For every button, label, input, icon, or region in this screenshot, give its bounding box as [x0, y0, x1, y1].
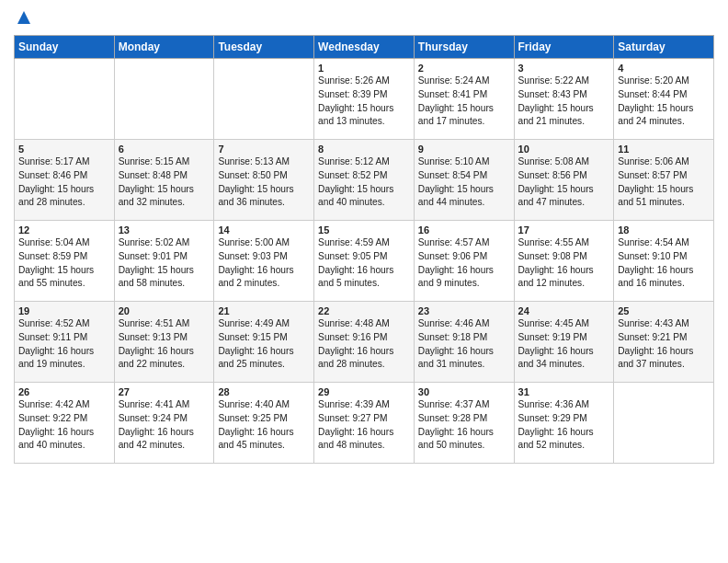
day-number: 29: [318, 386, 410, 397]
info-line: and 28 minutes.: [318, 359, 385, 369]
info-line: Sunset: 9:25 PM: [218, 413, 287, 423]
calendar-cell: 3Sunrise: 5:22 AMSunset: 8:43 PMDaylight…: [514, 59, 614, 140]
day-info: Sunrise: 4:59 AMSunset: 9:05 PMDaylight:…: [318, 236, 410, 291]
info-line: Sunrise: 4:51 AM: [119, 318, 190, 328]
info-line: Sunset: 9:15 PM: [218, 332, 287, 342]
day-info: Sunrise: 4:37 AMSunset: 9:28 PMDaylight:…: [418, 398, 510, 453]
info-line: Sunrise: 4:57 AM: [418, 237, 490, 247]
logo: [14, 9, 32, 29]
info-line: Sunrise: 4:42 AM: [18, 399, 90, 409]
info-line: and 37 minutes.: [618, 359, 685, 369]
day-info: Sunrise: 4:46 AMSunset: 9:18 PMDaylight:…: [418, 317, 510, 372]
day-number: 22: [318, 305, 410, 316]
info-line: Daylight: 16 hours: [518, 346, 594, 356]
info-line: and 31 minutes.: [418, 359, 485, 369]
calendar-cell: 26Sunrise: 4:42 AMSunset: 9:22 PMDayligh…: [15, 383, 115, 464]
day-info: Sunrise: 5:13 AMSunset: 8:50 PMDaylight:…: [218, 155, 310, 210]
calendar-cell: 4Sunrise: 5:20 AMSunset: 8:44 PMDaylight…: [614, 59, 714, 140]
info-line: Sunset: 9:10 PM: [618, 251, 687, 261]
day-info: Sunrise: 4:43 AMSunset: 9:21 PMDaylight:…: [618, 317, 710, 372]
info-line: and 45 minutes.: [218, 440, 285, 450]
info-line: Daylight: 15 hours: [518, 103, 594, 113]
logo-icon: [16, 9, 32, 26]
day-info: Sunrise: 5:17 AMSunset: 8:46 PMDaylight:…: [18, 155, 110, 210]
info-line: Sunset: 9:29 PM: [518, 413, 587, 423]
calendar-cell: 23Sunrise: 4:46 AMSunset: 9:18 PMDayligh…: [414, 302, 514, 383]
calendar-header: SundayMondayTuesdayWednesdayThursdayFrid…: [15, 36, 714, 59]
day-number: 18: [618, 224, 710, 236]
info-line: Daylight: 16 hours: [418, 427, 494, 437]
calendar-cell: 8Sunrise: 5:12 AMSunset: 8:52 PMDaylight…: [314, 140, 415, 221]
calendar-cell: 12Sunrise: 5:04 AMSunset: 8:59 PMDayligh…: [15, 221, 115, 302]
page-container: SundayMondayTuesdayWednesdayThursdayFrid…: [0, 0, 728, 473]
day-info: Sunrise: 4:49 AMSunset: 9:15 PMDaylight:…: [218, 317, 310, 372]
calendar-cell: 11Sunrise: 5:06 AMSunset: 8:57 PMDayligh…: [614, 140, 714, 221]
info-line: Sunrise: 4:49 AM: [218, 318, 290, 328]
info-line: Sunset: 8:46 PM: [18, 170, 87, 180]
info-line: Daylight: 15 hours: [618, 184, 693, 194]
day-info: Sunrise: 4:41 AMSunset: 9:24 PMDaylight:…: [119, 398, 210, 453]
info-line: Daylight: 16 hours: [418, 265, 494, 275]
day-info: Sunrise: 5:22 AMSunset: 8:43 PMDaylight:…: [518, 75, 610, 129]
info-line: and 40 minutes.: [18, 440, 85, 450]
day-info: Sunrise: 4:52 AMSunset: 9:11 PMDaylight:…: [18, 317, 110, 372]
info-line: Daylight: 15 hours: [518, 184, 594, 194]
calendar-cell: [114, 59, 214, 140]
info-line: Daylight: 15 hours: [119, 184, 194, 194]
day-number: 15: [318, 224, 410, 236]
info-line: Sunrise: 4:37 AM: [418, 399, 490, 409]
info-line: Sunset: 9:24 PM: [119, 413, 188, 423]
calendar-cell: 16Sunrise: 4:57 AMSunset: 9:06 PMDayligh…: [414, 221, 514, 302]
day-number: 1: [318, 63, 410, 74]
info-line: Sunset: 9:18 PM: [418, 332, 487, 342]
calendar-cell: 29Sunrise: 4:39 AMSunset: 9:27 PMDayligh…: [314, 383, 415, 464]
calendar-cell: 2Sunrise: 5:24 AMSunset: 8:41 PMDaylight…: [414, 59, 514, 140]
day-number: 7: [218, 144, 310, 155]
info-line: Sunrise: 5:08 AM: [518, 156, 590, 167]
info-line: and 19 minutes.: [18, 359, 85, 369]
header: [14, 9, 714, 29]
day-number: 21: [218, 305, 310, 316]
info-line: and 44 minutes.: [418, 197, 485, 207]
info-line: Sunrise: 5:20 AM: [618, 75, 689, 86]
info-line: Sunset: 9:05 PM: [318, 251, 387, 261]
info-line: Daylight: 15 hours: [318, 103, 393, 113]
info-line: Sunrise: 5:10 AM: [418, 156, 490, 167]
info-line: Sunrise: 4:40 AM: [218, 399, 290, 409]
info-line: and 28 minutes.: [18, 197, 85, 207]
day-number: 9: [418, 144, 510, 155]
weekday-header-friday: Friday: [514, 36, 614, 59]
info-line: Sunset: 9:21 PM: [618, 332, 687, 342]
day-number: 25: [618, 305, 710, 316]
info-line: Sunset: 8:43 PM: [518, 89, 587, 99]
info-line: Sunrise: 4:43 AM: [618, 318, 689, 328]
info-line: Sunset: 9:22 PM: [18, 413, 87, 423]
info-line: Sunrise: 4:52 AM: [18, 318, 90, 328]
info-line: Sunset: 9:27 PM: [318, 413, 387, 423]
info-line: Sunset: 8:48 PM: [119, 170, 188, 180]
day-number: 5: [18, 144, 110, 155]
info-line: Sunrise: 5:00 AM: [218, 237, 290, 247]
info-line: Sunset: 8:50 PM: [218, 170, 287, 180]
info-line: Sunrise: 5:04 AM: [18, 237, 90, 247]
info-line: Daylight: 15 hours: [18, 265, 94, 275]
week-row-1: 5Sunrise: 5:17 AMSunset: 8:46 PMDaylight…: [15, 140, 714, 221]
day-info: Sunrise: 5:00 AMSunset: 9:03 PMDaylight:…: [218, 236, 310, 291]
info-line: Daylight: 15 hours: [418, 103, 494, 113]
calendar-cell: 19Sunrise: 4:52 AMSunset: 9:11 PMDayligh…: [15, 302, 115, 383]
day-info: Sunrise: 4:48 AMSunset: 9:16 PMDaylight:…: [318, 317, 410, 372]
info-line: Sunrise: 5:22 AM: [518, 75, 590, 86]
calendar-cell: 24Sunrise: 4:45 AMSunset: 9:19 PMDayligh…: [514, 302, 614, 383]
info-line: Sunset: 9:13 PM: [119, 332, 188, 342]
calendar-cell: 6Sunrise: 5:15 AMSunset: 8:48 PMDaylight…: [114, 140, 214, 221]
info-line: and 36 minutes.: [218, 197, 285, 207]
day-info: Sunrise: 4:39 AMSunset: 9:27 PMDaylight:…: [318, 398, 410, 453]
info-line: Daylight: 15 hours: [18, 184, 94, 194]
info-line: and 22 minutes.: [119, 359, 186, 369]
info-line: and 47 minutes.: [518, 197, 586, 207]
week-row-4: 26Sunrise: 4:42 AMSunset: 9:22 PMDayligh…: [15, 383, 714, 464]
weekday-header-sunday: Sunday: [15, 36, 115, 59]
info-line: Sunset: 9:28 PM: [418, 413, 487, 423]
info-line: Sunset: 8:52 PM: [318, 170, 387, 180]
calendar-table: SundayMondayTuesdayWednesdayThursdayFrid…: [14, 35, 714, 464]
